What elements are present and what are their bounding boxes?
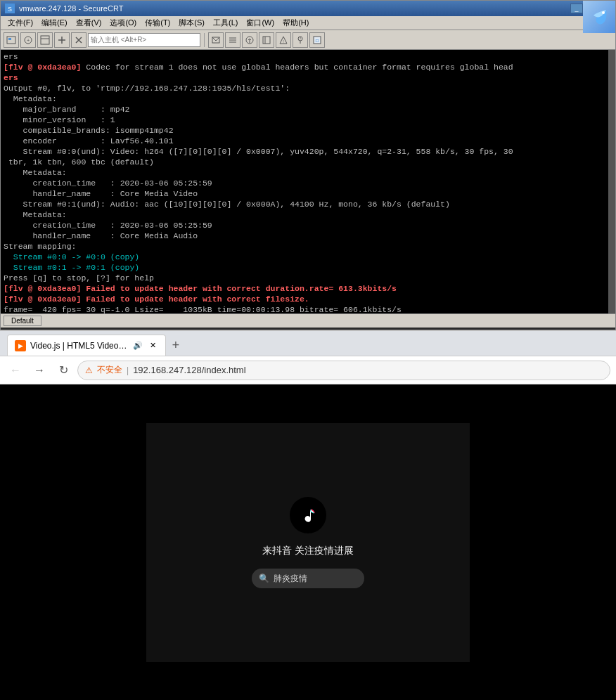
terminal-line: [flv @ 0xda3ea0] Codec for stream 1 does… <box>4 62 612 72</box>
toolbar-btn-2[interactable]: + <box>20 32 36 48</box>
svg-rect-4 <box>8 38 11 40</box>
navigation-bar: ← → ↻ ⚠ 不安全 | 192.168.247.128/index.html <box>0 356 616 384</box>
menu-transfer[interactable]: 传输(T) <box>141 17 174 29</box>
toolbar-btn-8[interactable] <box>242 32 257 48</box>
tab-title: Video.js | HTML5 Video Pl... <box>30 341 129 351</box>
video-player: 来抖音 关注疫情进展 🔍 肺炎疫情 <box>146 423 470 662</box>
svg-point-2 <box>602 11 605 14</box>
address-bar[interactable]: ⚠ 不安全 | 192.168.247.128/index.html <box>77 361 610 380</box>
svg-text:S: S <box>8 6 12 13</box>
toolbar-btn-1[interactable] <box>4 32 19 48</box>
terminal-tab-bar: Default <box>1 313 615 328</box>
security-label: 不安全 <box>97 364 122 376</box>
terminal-area: ers [flv @ 0xda3ea0] Codec for stream 1 … <box>1 50 615 313</box>
terminal-line: Metadata: <box>4 167 612 178</box>
audio-icon: 🔊 <box>133 341 143 350</box>
terminal-line: ers <box>4 51 612 62</box>
title-bar-text: vmware.247.128 - SecureCRT <box>19 4 123 13</box>
browser-tab-active[interactable]: ▶ Video.js | HTML5 Video Pl... 🔊 ✕ <box>7 335 166 356</box>
terminal-line: handler_name : Core Media Video <box>4 188 612 199</box>
minimize-button[interactable]: _ <box>570 4 583 13</box>
toolbar-btn-6[interactable] <box>208 32 224 48</box>
address-text: 192.168.247.128/index.html <box>133 365 245 375</box>
browser-tab-bar: ▶ Video.js | HTML5 Video Pl... 🔊 ✕ + <box>0 331 616 356</box>
browser-content: 来抖音 关注疫情进展 🔍 肺炎疫情 <box>0 384 616 700</box>
refresh-button[interactable]: ↻ <box>53 361 73 380</box>
terminal-scrollbar[interactable] <box>608 50 615 313</box>
terminal-line: frame= 420 fps= 30 q=-1.0 Lsize= 1035kB … <box>4 304 612 313</box>
menu-bar: 文件(F) 编辑(E) 查看(V) 选项(O) 传输(T) 脚本(S) 工具(L… <box>1 16 615 30</box>
terminal-line: handler_name : Core Media Audio <box>4 231 612 241</box>
svg-rect-11 <box>263 37 270 44</box>
terminal-line: Output #0, flv, to 'rtmp://192.168.247.1… <box>4 83 612 93</box>
search-icon: 🔍 <box>259 573 269 584</box>
menu-options[interactable]: 选项(O) <box>105 17 141 29</box>
svg-text:?: ? <box>299 37 301 41</box>
menu-view[interactable]: 查看(V) <box>72 17 106 29</box>
terminal-line: Stream #0:0 -> #0:0 (copy) <box>4 252 612 262</box>
terminal-line: creation_time : 2020-03-06 05:25:59 <box>4 178 612 188</box>
security-warning-icon: ⚠ <box>85 365 93 375</box>
new-tab-button[interactable]: + <box>166 336 186 356</box>
menu-file[interactable]: 文件(F) <box>4 17 37 29</box>
title-bar: S vmware.247.128 - SecureCRT _ □ ✕ <box>1 1 615 16</box>
securecrt-icon: S <box>5 4 15 13</box>
host-input[interactable] <box>88 33 200 47</box>
toolbar-btn-9[interactable] <box>259 32 274 48</box>
toolbar-btn-11[interactable]: ? <box>293 32 308 48</box>
menu-script[interactable]: 脚本(S) <box>174 17 209 29</box>
terminal-tab-default[interactable]: Default <box>4 316 41 326</box>
tiktok-title: 来抖音 关注疫情进展 <box>262 545 354 557</box>
terminal-line: Metadata: <box>4 93 612 104</box>
toolbar-btn-12[interactable]: ◻ <box>309 32 325 48</box>
terminal-line: Stream #0:1 -> #0:1 (copy) <box>4 262 612 273</box>
menu-help[interactable]: 帮助(H) <box>278 17 313 29</box>
terminal-line: [flv @ 0xda3ea0] Failed to update header… <box>4 294 612 304</box>
securecrt-brand-logo <box>583 1 615 33</box>
menu-tools[interactable]: 工具(L) <box>209 17 242 29</box>
terminal-line: [flv @ 0xda3ea0] Failed to update header… <box>4 283 612 294</box>
search-text: 肺炎疫情 <box>274 573 307 585</box>
toolbar-btn-10[interactable]: ! <box>276 32 291 48</box>
terminal-line: encoder : Lavf56.40.101 <box>4 136 612 146</box>
toolbar-btn-3[interactable] <box>37 32 53 48</box>
terminal-line: minor_version : 1 <box>4 115 612 125</box>
securecrt-window: S vmware.247.128 - SecureCRT _ □ ✕ 文件(F)… <box>0 0 616 330</box>
terminal-line: compatible_brands: isommp41mp42 <box>4 125 612 136</box>
search-bar[interactable]: 🔍 肺炎疫情 <box>252 569 364 588</box>
toolbar-btn-4[interactable] <box>54 32 70 48</box>
terminal-line: Stream #0:0(und): Video: h264 ([7][0][0]… <box>4 146 612 157</box>
terminal-line: Metadata: <box>4 209 612 220</box>
title-bar-left: S vmware.247.128 - SecureCRT <box>5 4 123 13</box>
menu-edit[interactable]: 编辑(E) <box>37 17 72 29</box>
svg-point-19 <box>295 503 321 528</box>
tab-favicon: ▶ <box>15 340 26 351</box>
menu-window[interactable]: 窗口(W) <box>242 17 278 29</box>
toolbar: + ! ? ◻ <box>1 30 615 50</box>
browser-window: ▶ Video.js | HTML5 Video Pl... 🔊 ✕ + ← →… <box>0 330 616 700</box>
terminal-line: Stream mapping: <box>4 241 612 252</box>
svg-text:+: + <box>27 38 30 44</box>
terminal-line: major_brand : mp42 <box>4 104 612 115</box>
tiktok-logo <box>290 497 326 533</box>
terminal-line: ers <box>4 72 612 83</box>
toolbar-btn-7[interactable] <box>225 32 240 48</box>
toolbar-btn-5[interactable] <box>71 32 86 48</box>
terminal-line: creation_time : 2020-03-06 05:25:59 <box>4 220 612 231</box>
svg-rect-7 <box>41 36 49 44</box>
terminal-line: Press [q] to stop, [?] for help <box>4 273 612 283</box>
forward-button[interactable]: → <box>30 361 49 380</box>
terminal-line: tbr, 1k tbn, 600 tbc (default) <box>4 157 612 167</box>
tab-close-button[interactable]: ✕ <box>147 340 158 351</box>
svg-text:!: ! <box>282 39 285 44</box>
terminal-line: Stream #0:1(und): Audio: aac ([10][0][0]… <box>4 199 612 209</box>
svg-text:◻: ◻ <box>316 37 319 44</box>
back-button[interactable]: ← <box>6 361 25 380</box>
